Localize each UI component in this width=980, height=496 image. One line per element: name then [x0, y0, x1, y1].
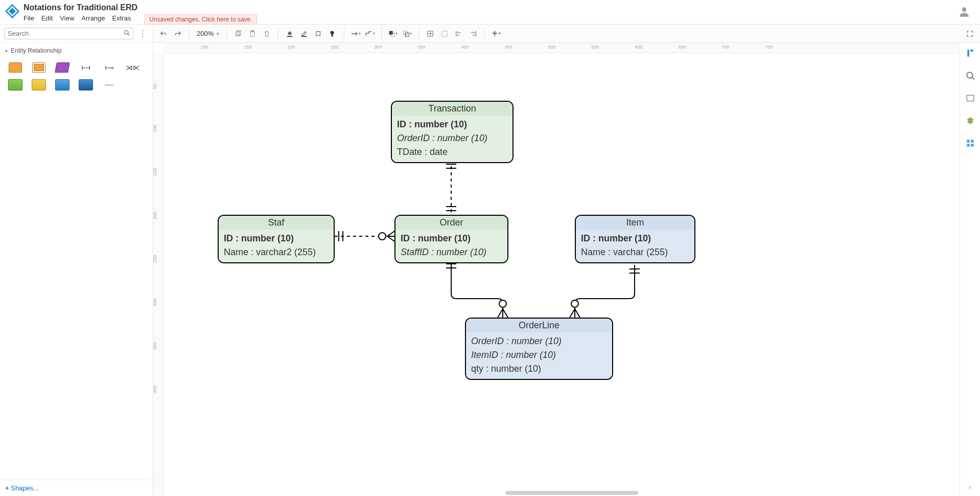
- shape-connector-2[interactable]: ⊢⊸: [99, 60, 120, 75]
- svg-rect-56: [971, 140, 974, 143]
- entity-row: StaffID : number (10): [401, 245, 502, 259]
- svg-point-46: [571, 300, 578, 307]
- svg-rect-57: [967, 144, 970, 147]
- shape-connector-1[interactable]: ⊢⊣: [76, 60, 96, 75]
- copy-button[interactable]: [232, 28, 244, 40]
- format-painter-button[interactable]: [326, 28, 339, 40]
- svg-rect-19: [442, 31, 448, 36]
- main-area: 200% ▾ ▾ ▾ ▾: [153, 25, 980, 496]
- menu-arrange[interactable]: Arrange: [81, 14, 105, 22]
- document-title[interactable]: Notations for Traditional ERD: [24, 3, 137, 12]
- shape-search[interactable]: [4, 28, 133, 39]
- svg-line-42: [503, 309, 508, 318]
- snap-button[interactable]: [424, 28, 436, 40]
- svg-line-41: [498, 309, 503, 318]
- layers-panel-icon[interactable]: [965, 116, 975, 126]
- shape-weak-entity-folder[interactable]: [29, 60, 49, 75]
- svg-line-51: [972, 77, 974, 80]
- entity-row: ItemID : number (10): [471, 348, 607, 362]
- svg-line-35: [387, 231, 394, 236]
- ruler-horizontal: 100 150 200 250 300 350 400 450 500 550 …: [164, 43, 980, 53]
- entity-row: ID : number (10): [397, 118, 507, 131]
- menu-view[interactable]: View: [60, 14, 74, 22]
- user-account-icon[interactable]: [958, 5, 971, 20]
- topbar: Notations for Traditional ERD File Edit …: [0, 0, 980, 25]
- menu-extras[interactable]: Extras: [112, 14, 131, 22]
- unsaved-notice[interactable]: Unsaved changes. Click here to save.: [145, 14, 256, 25]
- shape-connector-line[interactable]: ┄┄: [99, 78, 120, 92]
- svg-marker-1: [9, 8, 16, 15]
- svg-point-3: [125, 31, 129, 35]
- shape-connector-3[interactable]: ⋊⋉: [123, 60, 143, 75]
- svg-rect-11: [316, 31, 320, 35]
- shape-search-input[interactable]: [8, 30, 124, 37]
- zoom-dropdown[interactable]: 200%: [195, 30, 221, 37]
- svg-point-40: [499, 300, 506, 307]
- svg-line-48: [575, 309, 580, 318]
- right-rail: ›: [960, 43, 980, 496]
- diagram-canvas[interactable]: Transaction ID : number (10) OrderID : n…: [164, 53, 980, 496]
- entity-row: OrderID : number (10): [397, 131, 507, 145]
- svg-point-34: [379, 233, 386, 240]
- undo-button[interactable]: [157, 28, 170, 40]
- svg-rect-9: [287, 36, 293, 37]
- svg-rect-55: [967, 140, 970, 143]
- entity-staf[interactable]: Staf ID : number (10) Name : varchar2 (2…: [218, 215, 335, 263]
- svg-rect-52: [967, 95, 974, 101]
- menu-file[interactable]: File: [24, 14, 34, 22]
- entity-title: Order: [395, 216, 507, 230]
- to-front-button[interactable]: ▾: [387, 28, 399, 40]
- grid-button[interactable]: [438, 28, 451, 40]
- collapse-rail-icon[interactable]: ›: [969, 483, 971, 491]
- format-panel-icon[interactable]: [965, 48, 975, 58]
- toolbar: 200% ▾ ▾ ▾ ▾: [153, 25, 980, 43]
- to-back-button[interactable]: ▾: [401, 28, 413, 40]
- shadow-button[interactable]: [312, 28, 324, 40]
- palette-section-header[interactable]: Entity Relationship: [0, 43, 153, 58]
- svg-rect-58: [971, 144, 974, 147]
- fill-color-button[interactable]: [284, 28, 296, 40]
- sidebar-more-icon[interactable]: ⋮: [136, 29, 149, 38]
- shapes-palette: ⊢⊣ ⊢⊸ ⋊⋉ ┄┄: [0, 58, 153, 97]
- entity-row: Name : varchar2 (255): [224, 245, 329, 259]
- entity-transaction[interactable]: Transaction ID : number (10) OrderID : n…: [391, 101, 514, 163]
- tags-panel-icon[interactable]: [965, 138, 975, 148]
- search-panel-icon[interactable]: [965, 71, 975, 81]
- search-icon: [124, 30, 130, 37]
- more-shapes-button[interactable]: Shapes...: [0, 480, 153, 496]
- line-color-button[interactable]: [298, 28, 310, 40]
- menu-edit[interactable]: Edit: [41, 14, 53, 22]
- shape-table-green[interactable]: [5, 78, 26, 92]
- entity-title: Staf: [219, 216, 334, 230]
- shapes-sidebar: ⋮ Entity Relationship ⊢⊣ ⊢⊸ ⋊⋉ ┄┄ Shapes…: [0, 25, 153, 496]
- entity-title: Transaction: [392, 102, 512, 116]
- entity-row: ID : number (10): [581, 232, 689, 245]
- delete-button[interactable]: [261, 28, 273, 40]
- entity-order[interactable]: Order ID : number (10) StaffID : number …: [394, 215, 508, 263]
- outline-panel-icon[interactable]: [965, 93, 975, 103]
- redo-button[interactable]: [172, 28, 184, 40]
- shape-table-dblue[interactable]: [76, 78, 96, 92]
- svg-point-50: [967, 72, 972, 78]
- svg-rect-10: [301, 36, 307, 37]
- align-right-button[interactable]: [467, 28, 479, 40]
- horizontal-scrollbar[interactable]: [505, 491, 638, 495]
- canvas-wrapper: 100 150 200 250 300 350 400 450 500 550 …: [153, 43, 980, 496]
- svg-line-4: [128, 34, 129, 35]
- entity-orderline[interactable]: OrderLine OrderID : number (10) ItemID :…: [465, 318, 613, 380]
- entity-title: OrderLine: [466, 319, 612, 332]
- shape-table-yellow[interactable]: [29, 78, 49, 92]
- insert-button[interactable]: +▾: [490, 28, 502, 40]
- entity-row: ID : number (10): [224, 232, 329, 245]
- paste-button[interactable]: [246, 28, 259, 40]
- align-left-button[interactable]: [453, 28, 465, 40]
- waypoint-style-button[interactable]: ▾: [364, 28, 376, 40]
- shape-entity-folder[interactable]: [5, 60, 26, 75]
- shape-table-blue[interactable]: [52, 78, 73, 92]
- svg-line-36: [387, 236, 394, 241]
- connection-style-button[interactable]: ▾: [349, 28, 362, 40]
- entity-item[interactable]: Item ID : number (10) Name : varchar (25…: [575, 215, 695, 263]
- shape-relationship[interactable]: [52, 60, 73, 75]
- fullscreen-button[interactable]: [964, 28, 976, 40]
- entity-row: ID : number (10): [401, 232, 502, 245]
